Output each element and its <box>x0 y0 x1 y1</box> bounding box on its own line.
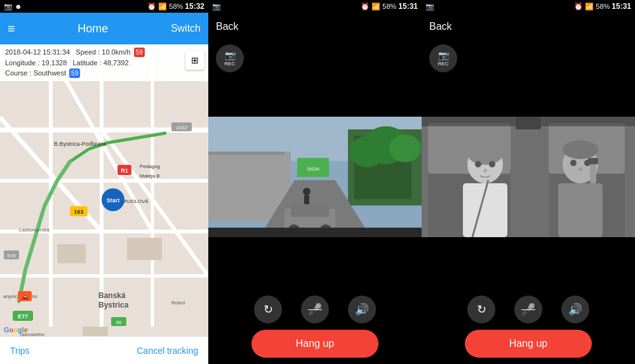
mute-button-2[interactable]: 🎤 <box>514 296 542 323</box>
video1-bottom-black <box>208 237 422 290</box>
datetime-label: 2018-04-12 15:31:34 <box>5 48 70 56</box>
rec-button-2[interactable]: 📷 REC <box>429 44 457 72</box>
mute-icon-1: 🎤 <box>308 302 322 316</box>
rotate-button-1[interactable]: ↻ <box>254 296 282 323</box>
svg-rect-40 <box>83 327 108 336</box>
hang-up-button-1[interactable]: Hang up <box>251 330 378 358</box>
wifi-icon: 📶 <box>158 3 167 11</box>
video-panel-dashcam: 📷 ⏰ 📶 58% 15:31 Back 📷 REC <box>208 0 422 364</box>
speed-badge: 59 <box>134 48 145 57</box>
video-feed-interior <box>422 117 635 237</box>
svg-text:B.Bystrica-Podlavice: B.Bystrica-Podlavice <box>54 141 107 147</box>
map-svg: E77 163 R1 578 2432 66 B.Bystrica-Podlav… <box>0 44 208 336</box>
svg-text:Banská: Banská <box>98 291 126 300</box>
rec-label-1: REC <box>225 61 236 67</box>
layers-button[interactable]: ⊞ <box>185 51 204 70</box>
video-feed-dashcam: SIGN <box>208 117 422 237</box>
bottom-bar: Trips Cancel tracking <box>0 336 208 364</box>
video1-back-button[interactable]: Back <box>216 21 239 32</box>
hang-up-button-2[interactable]: Hang up <box>465 330 592 358</box>
video-panel-interior: 📷 ⏰ 📶 58% 15:31 Back 📷 REC <box>422 0 635 364</box>
svg-rect-85 <box>516 117 541 129</box>
svg-text:R1: R1 <box>121 167 128 174</box>
rotate-icon-1: ↻ <box>264 302 273 316</box>
battery-text: 58% <box>169 3 183 10</box>
course-badge: 59 <box>69 68 80 78</box>
rec-camera-icon: 📷 <box>225 50 236 60</box>
video1-battery: 58% <box>382 3 396 10</box>
rec-button-1[interactable]: 📷 REC <box>216 44 244 72</box>
google-logo: Google <box>4 326 28 334</box>
svg-point-82 <box>578 167 582 171</box>
dashcam-svg: SIGN <box>208 117 422 237</box>
longitude-label: Longitude : <box>5 59 39 67</box>
video2-bottom-black <box>422 237 635 290</box>
svg-rect-77 <box>558 183 603 237</box>
volume-icon-1: 🔊 <box>355 302 369 316</box>
svg-marker-62 <box>208 228 422 237</box>
svg-text:2432: 2432 <box>176 125 187 131</box>
trips-button[interactable]: Trips <box>10 346 30 356</box>
info-bar: 2018-04-12 15:31:34 Speed : 10.0km/h 59 … <box>0 44 208 81</box>
video2-header: Back <box>422 13 635 41</box>
cancel-tracking-button[interactable]: Cancel tracking <box>137 346 199 356</box>
app-title: Home <box>77 22 108 36</box>
video2-controls: ↻ 🎤 🔊 <box>422 290 635 328</box>
longitude-value: 19,1328 <box>42 59 67 67</box>
svg-point-50 <box>389 134 421 162</box>
map-toolbar: ⊞ <box>185 51 204 70</box>
status-time-map: 15:32 <box>185 2 204 11</box>
video1-wifi-icon: 📶 <box>371 3 380 11</box>
rotate-button-2[interactable]: ↻ <box>467 296 495 323</box>
svg-point-83 <box>563 140 598 159</box>
hang-up-bar-1: Hang up <box>208 328 422 364</box>
speed-value: 10.0km/h <box>102 48 130 56</box>
info-line-2: Longitude : 19,1328 Latitude : 48,7392 <box>5 58 203 68</box>
status-bar-video1: 📷 ⏰ 📶 58% 15:31 <box>208 0 422 13</box>
svg-text:Robot: Robot <box>171 300 185 306</box>
menu-icon[interactable]: ≡ <box>8 22 15 36</box>
info-line-3: Course : Southwest 59 <box>5 68 203 79</box>
svg-rect-0 <box>0 54 208 327</box>
mute-icon-2: 🎤 <box>521 302 535 316</box>
course-value: Southwest <box>34 69 66 77</box>
svg-point-80 <box>570 160 577 166</box>
svg-rect-38 <box>57 244 86 263</box>
svg-point-51 <box>349 136 385 167</box>
mute-button-1[interactable]: 🎤 <box>301 296 329 323</box>
rec-camera-icon-2: 📷 <box>438 50 449 60</box>
svg-text:RUDLOVÁ: RUDLOVÁ <box>124 198 149 204</box>
svg-rect-59 <box>291 204 329 217</box>
switch-button[interactable]: Switch <box>171 23 201 34</box>
video2-battery: 58% <box>596 3 610 10</box>
svg-text:Pedagog: Pedagog <box>140 164 160 169</box>
course-label: Course : <box>5 69 32 77</box>
rotate-icon-2: ↻ <box>477 302 486 316</box>
map-area[interactable]: E77 163 R1 578 2432 66 B.Bystrica-Podlav… <box>0 44 208 336</box>
volume-button-1[interactable]: 🔊 <box>348 296 376 323</box>
status-icons-right: ⏰ 📶 58% 15:32 <box>147 2 204 11</box>
latitude-label: Latitude : <box>72 59 101 67</box>
svg-point-73 <box>475 161 481 167</box>
svg-text:163: 163 <box>74 209 83 215</box>
interior-svg <box>422 117 635 237</box>
svg-text:E77: E77 <box>18 313 28 320</box>
volume-button-2[interactable]: 🔊 <box>561 296 589 323</box>
svg-point-70 <box>467 142 503 165</box>
svg-rect-78 <box>590 161 596 183</box>
video2-back-button[interactable]: Back <box>429 21 452 32</box>
svg-text:Mateja B: Mateja B <box>140 173 160 179</box>
speed-label: Speed : <box>76 48 100 56</box>
video2-alarm-icon: ⏰ <box>574 3 583 11</box>
status-icons-left: 📷 ☻ <box>4 3 22 11</box>
alarm-icon: ⏰ <box>147 3 156 11</box>
svg-point-81 <box>584 160 591 166</box>
svg-rect-46 <box>208 152 284 155</box>
map-container: E77 163 R1 578 2432 66 B.Bystrica-Podlav… <box>0 44 208 336</box>
volume-icon-2: 🔊 <box>568 302 582 316</box>
video1-alarm-icon: ⏰ <box>361 3 370 11</box>
svg-text:Start: Start <box>107 197 120 204</box>
svg-text:Bystrica: Bystrica <box>98 301 129 309</box>
svg-point-54 <box>303 188 311 195</box>
latitude-value: 48,7392 <box>104 59 129 67</box>
